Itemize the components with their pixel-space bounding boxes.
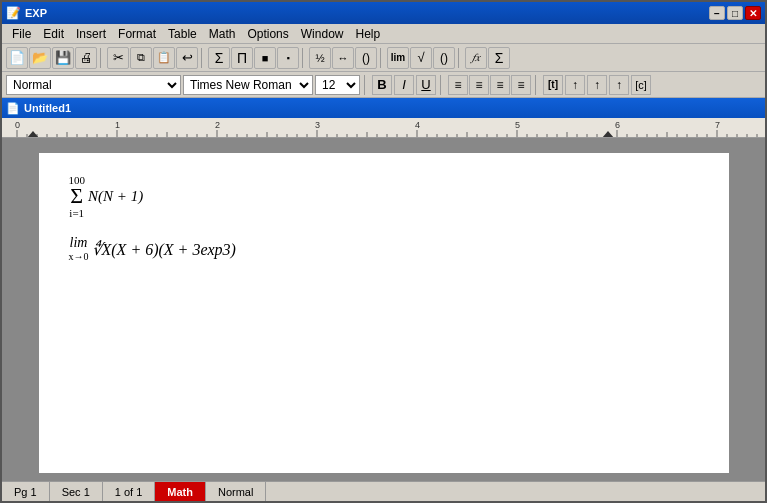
app-title: EXP xyxy=(25,7,47,19)
status-page: Pg 1 xyxy=(2,482,50,501)
undo-button[interactable]: ↩ xyxy=(176,47,198,69)
paren2-button[interactable]: () xyxy=(433,47,455,69)
math-block-2: lim x→0 ∜X(X + 6)(X + 3exp3) xyxy=(69,235,699,264)
sigma-button[interactable]: Σ xyxy=(208,47,230,69)
font-select[interactable]: Times New Roman xyxy=(183,75,313,95)
sep8 xyxy=(535,75,539,95)
app-window: 📝 EXP − □ ✕ File Edit Insert Format Tabl… xyxy=(0,0,767,503)
bracket-button[interactable]: [c] xyxy=(631,75,651,95)
sep4 xyxy=(380,48,384,68)
ruler-canvas xyxy=(2,118,765,138)
doc-icon: 📄 xyxy=(6,102,20,115)
sum-body: N(N + 1) xyxy=(88,188,143,205)
underline-button[interactable]: U xyxy=(416,75,436,95)
align-left-button[interactable]: ≡ xyxy=(448,75,468,95)
status-mode: Math xyxy=(155,482,206,501)
lim-button[interactable]: lim xyxy=(387,47,409,69)
document-page[interactable]: 100 Σ i=1 N(N + 1) lim x→0 ∜X(X xyxy=(39,153,729,473)
up3-button[interactable]: ↑ xyxy=(609,75,629,95)
cut-button[interactable]: ✂ xyxy=(107,47,129,69)
app-icon: 📝 xyxy=(6,6,21,20)
align-group: ≡ ≡ ≡ ≡ xyxy=(448,75,531,95)
document-titlebar: 📄 Untitled1 xyxy=(2,98,765,118)
up1-button[interactable]: ↑ xyxy=(565,75,585,95)
sep6 xyxy=(364,75,368,95)
print-button[interactable]: 🖨 xyxy=(75,47,97,69)
math-block-1: 100 Σ i=1 N(N + 1) xyxy=(69,173,699,219)
status-section: Sec 1 xyxy=(50,482,103,501)
menu-file[interactable]: File xyxy=(6,26,37,42)
menu-edit[interactable]: Edit xyxy=(37,26,70,42)
sqrt-button[interactable]: √ xyxy=(410,47,432,69)
menu-math[interactable]: Math xyxy=(203,26,242,42)
status-bar: Pg 1 Sec 1 1 of 1 Math Normal xyxy=(2,481,765,501)
toolbar-format: Normal Times New Roman 12 B I U ≡ ≡ ≡ ≡ … xyxy=(2,72,765,98)
maximize-button[interactable]: □ xyxy=(727,6,743,20)
dot-button[interactable]: ▪ xyxy=(277,47,299,69)
sep5 xyxy=(458,48,462,68)
title-bar: 📝 EXP − □ ✕ xyxy=(2,2,765,24)
sep3 xyxy=(302,48,306,68)
status-position: 1 of 1 xyxy=(103,482,156,501)
minimize-button[interactable]: − xyxy=(709,6,725,20)
super-button[interactable]: [t] xyxy=(543,75,563,95)
status-style: Normal xyxy=(206,482,266,501)
italic-button[interactable]: I xyxy=(394,75,414,95)
bold-button[interactable]: B xyxy=(372,75,392,95)
menu-format[interactable]: Format xyxy=(112,26,162,42)
sep2 xyxy=(201,48,205,68)
paste-button[interactable]: 📋 xyxy=(153,47,175,69)
lim-label: lim xyxy=(69,235,89,252)
sum-button[interactable]: Σ xyxy=(488,47,510,69)
func-button[interactable]: 𝑓𝑥 xyxy=(465,47,487,69)
doc-title: Untitled1 xyxy=(24,102,71,114)
lim-sub: x→0 xyxy=(69,251,89,263)
fraction-button[interactable]: ½ xyxy=(309,47,331,69)
sum-sigma: Σ xyxy=(70,183,83,208)
menu-options[interactable]: Options xyxy=(241,26,294,42)
square-button[interactable]: ■ xyxy=(254,47,276,69)
menu-table[interactable]: Table xyxy=(162,26,203,42)
content-area: 📄 Untitled1 100 Σ i=1 N(N + 1) xyxy=(2,98,765,481)
sep7 xyxy=(440,75,444,95)
parens-button[interactable]: () xyxy=(355,47,377,69)
title-bar-buttons: − □ ✕ xyxy=(709,6,761,20)
lim-body: ∜X(X + 6)(X + 3exp3) xyxy=(92,240,236,259)
up2-button[interactable]: ↑ xyxy=(587,75,607,95)
menu-insert[interactable]: Insert xyxy=(70,26,112,42)
scroll-area[interactable]: 100 Σ i=1 N(N + 1) lim x→0 ∜X(X xyxy=(2,138,765,481)
open-button[interactable]: 📂 xyxy=(29,47,51,69)
size-select[interactable]: 12 xyxy=(315,75,360,95)
sep1 xyxy=(100,48,104,68)
sum-lower: i=1 xyxy=(69,207,86,219)
new-button[interactable]: 📄 xyxy=(6,47,28,69)
save-button[interactable]: 💾 xyxy=(52,47,74,69)
close-button[interactable]: ✕ xyxy=(745,6,761,20)
menu-bar: File Edit Insert Format Table Math Optio… xyxy=(2,24,765,44)
pi-button[interactable]: Π xyxy=(231,47,253,69)
ruler xyxy=(2,118,765,138)
align-center-button[interactable]: ≡ xyxy=(469,75,489,95)
align-right-button[interactable]: ≡ xyxy=(490,75,510,95)
style-select[interactable]: Normal xyxy=(6,75,181,95)
menu-help[interactable]: Help xyxy=(349,26,386,42)
arrow-button[interactable]: ↔ xyxy=(332,47,354,69)
copy-button[interactable]: ⧉ xyxy=(130,47,152,69)
align-justify-button[interactable]: ≡ xyxy=(511,75,531,95)
title-bar-left: 📝 EXP xyxy=(6,6,47,20)
toolbar-main: 📄 📂 💾 🖨 ✂ ⧉ 📋 ↩ Σ Π ■ ▪ ½ ↔ () lim √ () … xyxy=(2,44,765,72)
menu-window[interactable]: Window xyxy=(295,26,350,42)
